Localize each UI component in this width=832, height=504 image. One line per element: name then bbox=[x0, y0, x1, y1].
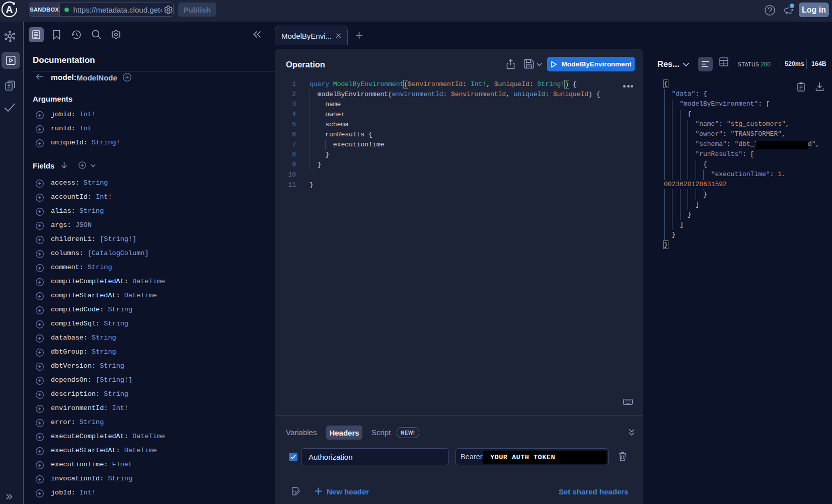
svg-text:A: A bbox=[6, 4, 13, 15]
